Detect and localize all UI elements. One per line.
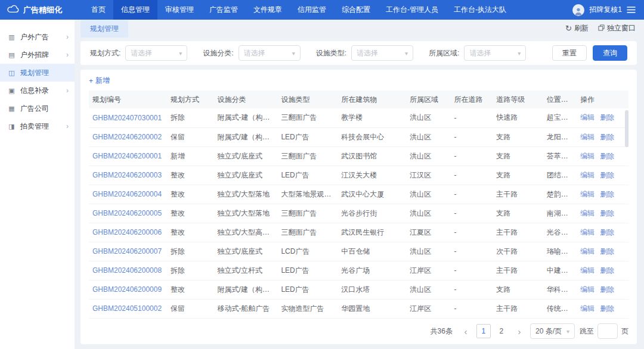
refresh-button[interactable]: ↻ 刷新 <box>565 23 589 33</box>
nav-item[interactable]: 信息管理 <box>113 0 157 20</box>
edit-link[interactable]: 编辑 <box>580 247 595 255</box>
edit-link[interactable]: 编辑 <box>580 304 595 313</box>
jump-page-input[interactable] <box>597 323 618 339</box>
cell-plan-id[interactable]: GHBM202405100002 <box>89 299 167 318</box>
page-button[interactable]: 1 <box>476 324 491 338</box>
cell-facility-type: LCD广告 <box>277 242 338 261</box>
sidebar-item[interactable]: ◨拍卖管理› <box>0 117 75 135</box>
page-size-select[interactable]: 20 条/页 ▾ <box>530 323 575 339</box>
filter-select[interactable]: 请选择▾ <box>125 45 187 61</box>
filter-select[interactable]: 请选择▾ <box>464 45 526 61</box>
cell-plan-id[interactable]: GHBM202406200005 <box>89 204 167 223</box>
table-scrollbar[interactable] <box>625 110 628 147</box>
delete-link[interactable]: 删除 <box>600 190 614 198</box>
search-button[interactable]: 查询 <box>593 45 627 61</box>
jump-prefix: 跳至 <box>580 326 594 336</box>
delete-link[interactable]: 删除 <box>600 133 614 141</box>
sidebar-item[interactable]: ▥户外广告› <box>0 28 75 46</box>
cell-plan-id[interactable]: GHBM202406200002 <box>89 127 167 147</box>
cell-plan-method: 新增 <box>167 147 214 166</box>
edit-link[interactable]: 编辑 <box>580 190 595 198</box>
delete-link[interactable]: 删除 <box>600 304 614 313</box>
cell-actions: 编辑删除 <box>577 261 628 280</box>
cell-location: 光谷金... <box>543 223 577 242</box>
sidebar-item[interactable]: ◫规划管理 <box>0 64 75 82</box>
cell-building: 科技会展中心 <box>338 127 406 147</box>
cell-facility-category: 独立式/大型落地 <box>214 204 278 223</box>
cell-facility-category: 独立式/立杆式 <box>214 261 278 280</box>
cell-road: - <box>451 299 493 318</box>
filter-group: 设施类型:请选择▾ <box>316 45 413 61</box>
cell-facility-type: 三翻面广告 <box>277 204 338 223</box>
delete-link[interactable]: 删除 <box>600 113 614 121</box>
delete-link[interactable]: 删除 <box>600 152 614 160</box>
edit-link[interactable]: 编辑 <box>580 209 595 217</box>
edit-link[interactable]: 编辑 <box>580 152 595 160</box>
cell-plan-id[interactable]: GHBM202406200004 <box>89 185 167 204</box>
cell-plan-id[interactable]: GHBM202406200006 <box>89 223 167 242</box>
filter-select[interactable]: 请选择▾ <box>351 45 413 61</box>
edit-link[interactable]: 编辑 <box>580 285 595 294</box>
cell-facility-category: 附属式-建（构）筑物... <box>214 108 278 127</box>
cell-road: - <box>451 108 493 127</box>
nav-item[interactable]: 审核管理 <box>157 0 202 20</box>
cell-road: - <box>451 242 493 261</box>
delete-link[interactable]: 删除 <box>600 209 614 217</box>
cell-plan-id[interactable]: GHBM202406200007 <box>89 242 167 261</box>
table-row: GHBM202406200002保留附属式/建（构）筑物...LED广告科技会展… <box>89 127 628 147</box>
delete-link[interactable]: 删除 <box>600 247 614 255</box>
nav-item[interactable]: 工作台-管理人员 <box>378 0 446 20</box>
prev-page-button[interactable]: ‹ <box>460 324 472 338</box>
cell-location: 超宝工... <box>543 108 577 127</box>
cell-facility-category: 附属式/建（构）筑物... <box>214 280 278 299</box>
nav-item[interactable]: 工作台-执法大队 <box>446 0 514 20</box>
cell-road-level: 主干路 <box>493 299 543 318</box>
nav-item[interactable]: 综合配置 <box>334 0 378 20</box>
delete-link[interactable]: 删除 <box>600 171 614 179</box>
select-placeholder: 请选择 <box>469 48 491 58</box>
cell-road-level: 次干路 <box>493 242 543 261</box>
cell-plan-method: 保留 <box>167 127 214 147</box>
delete-link[interactable]: 删除 <box>600 285 614 294</box>
table-row: GHBM202406200003整改独立式/底座式LED广告江汉关大楼江汉区-支… <box>89 166 628 185</box>
nav-item[interactable]: 信用监管 <box>290 0 334 20</box>
cell-road-level: 主干路 <box>493 185 543 204</box>
sidebar-item[interactable]: ▤户外招牌› <box>0 46 75 64</box>
cell-plan-id[interactable]: GHBM202407030001 <box>89 108 167 127</box>
sidebar-item[interactable]: ▣信息补录› <box>0 82 75 99</box>
filter-fields: 规划方式:请选择▾设施分类:请选择▾设施类型:请选择▾所属区域:请选择▾ <box>90 45 552 61</box>
tab-planning-management[interactable]: 规划管理 <box>80 20 128 38</box>
page-button[interactable]: 2 <box>494 324 509 338</box>
independent-window-button[interactable]: 独立窗口 <box>598 23 636 33</box>
chevron-right-icon: › <box>66 122 69 130</box>
chevron-right-icon: › <box>66 51 69 59</box>
column-header: 所在道路 <box>451 91 493 108</box>
cell-road: - <box>451 280 493 299</box>
edit-link[interactable]: 编辑 <box>580 133 595 141</box>
edit-link[interactable]: 编辑 <box>580 171 595 179</box>
filter-select[interactable]: 请选择▾ <box>239 45 301 61</box>
add-button[interactable]: + 新增 <box>89 76 110 86</box>
edit-link[interactable]: 编辑 <box>580 113 595 121</box>
sidebar-item[interactable]: ▦广告公司 <box>0 99 75 117</box>
delete-link[interactable]: 删除 <box>600 228 614 236</box>
delete-link[interactable]: 删除 <box>600 266 614 275</box>
top-nav: 首页信息管理审核管理广告监管文件规章信用监管综合配置工作台-管理人员工作台-执法… <box>83 0 514 20</box>
edit-link[interactable]: 编辑 <box>580 266 595 275</box>
cell-plan-method: 整改 <box>167 166 214 185</box>
cell-plan-id[interactable]: GHBM202406200008 <box>89 261 167 280</box>
reset-button[interactable]: 重置 <box>552 45 587 61</box>
next-page-button[interactable]: › <box>513 324 525 338</box>
avatar[interactable] <box>572 4 584 16</box>
nav-item[interactable]: 广告监管 <box>202 0 246 20</box>
nav-item[interactable]: 文件规章 <box>246 0 290 20</box>
edit-link[interactable]: 编辑 <box>580 228 595 236</box>
cell-plan-id[interactable]: GHBM202406200001 <box>89 147 167 166</box>
cell-plan-id[interactable]: GHBM202406200009 <box>89 280 167 299</box>
menu-icon[interactable] <box>627 7 636 13</box>
cell-location: 团结路... <box>543 166 577 185</box>
cell-plan-id[interactable]: GHBM202406200003 <box>89 166 167 185</box>
sidebar-item-label: 广告公司 <box>20 104 49 114</box>
nav-item[interactable]: 首页 <box>83 0 113 20</box>
cell-building: 光谷步行街 <box>338 204 406 223</box>
